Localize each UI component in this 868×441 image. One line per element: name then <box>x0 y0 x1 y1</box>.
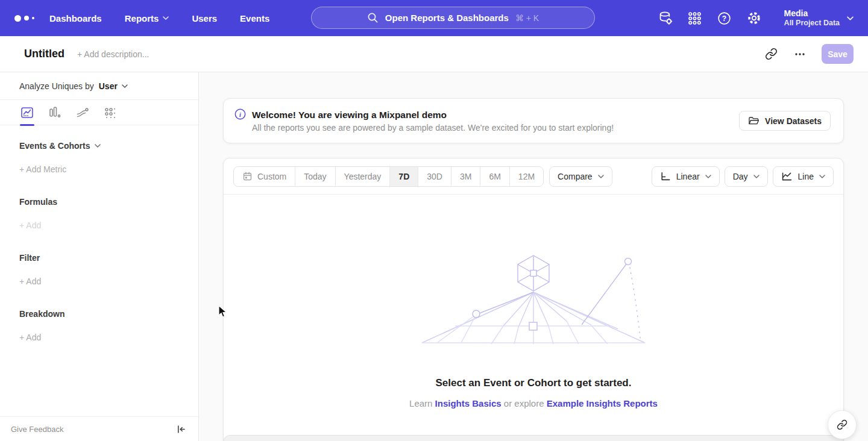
give-feedback-link[interactable]: Give Feedback <box>11 425 63 434</box>
add-metric-button[interactable]: + Add Metric <box>19 164 179 174</box>
add-breakdown-button[interactable]: + Add <box>19 333 179 342</box>
analyze-by-selector[interactable]: User <box>99 81 128 91</box>
view-datasets-label: View Datasets <box>765 116 822 126</box>
mixpanel-logo[interactable] <box>14 15 42 22</box>
date-range-custom-label: Custom <box>257 172 286 181</box>
compare-label: Compare <box>558 172 593 181</box>
help-icon[interactable]: ? <box>717 10 732 26</box>
date-range-yesterday[interactable]: Yesterday <box>336 167 391 186</box>
bar-chart-icon <box>48 106 61 119</box>
insights-report-card: Custom Today Yesterday 7D 30D 3M 6M 12M … <box>223 158 844 441</box>
nav-reports-label: Reports <box>125 13 159 23</box>
chevron-down-icon <box>819 175 825 178</box>
events-cohorts-label: Events & Cohorts <box>19 141 90 151</box>
more-options-icon[interactable] <box>793 47 807 61</box>
bottom-panel-peek[interactable] <box>223 435 844 441</box>
date-range-6m-label: 6M <box>489 172 500 181</box>
project-scope: All Project Data <box>784 19 840 28</box>
scale-dropdown[interactable]: Linear <box>652 166 720 187</box>
empty-state-illustration <box>419 254 648 347</box>
empty-state-title: Select an Event or Cohort to get started… <box>436 377 632 389</box>
project-switcher[interactable]: Media All Project Data <box>784 8 854 28</box>
formulas-label: Formulas <box>19 197 57 207</box>
example-insights-reports-link[interactable]: Example Insights Reports <box>547 398 658 408</box>
top-nav: Dashboards Reports Users Events Open Rep… <box>0 0 868 36</box>
axes-icon <box>660 172 671 181</box>
calendar-icon <box>242 171 253 181</box>
sidebar-footer: Give Feedback <box>0 416 198 441</box>
metrics-grid-icon <box>104 106 117 119</box>
folder-icon <box>748 116 760 126</box>
nav-dashboards[interactable]: Dashboards <box>49 13 102 23</box>
date-range-3m-label: 3M <box>460 172 471 181</box>
copy-link-icon[interactable] <box>764 47 778 61</box>
view-datasets-button[interactable]: View Datasets <box>739 111 831 131</box>
nav-events[interactable]: Events <box>240 13 269 23</box>
banner-subtitle: All the reports you see are powered by a… <box>252 123 614 133</box>
date-range-today[interactable]: Today <box>295 167 335 186</box>
line-chart-icon <box>781 172 793 181</box>
formulas-heading: Formulas <box>19 197 179 207</box>
filter-heading: Filter <box>19 253 179 263</box>
collapse-sidebar-icon[interactable] <box>176 424 186 434</box>
apps-grid-icon[interactable] <box>687 10 703 26</box>
interval-dropdown[interactable]: Day <box>725 166 768 187</box>
settings-gear-icon[interactable] <box>746 10 762 26</box>
chevron-down-icon[interactable] <box>95 144 101 148</box>
chart-display-controls: Linear Day Line <box>652 166 834 187</box>
nav-dashboards-label: Dashboards <box>49 13 102 23</box>
report-actions: Save <box>764 44 854 64</box>
date-range-custom[interactable]: Custom <box>234 167 295 186</box>
date-range-6m[interactable]: 6M <box>480 167 509 186</box>
chart-type-tabs <box>0 100 198 125</box>
primary-nav: Dashboards Reports Users Events <box>49 13 269 23</box>
analyze-by-label: Analyze Uniques by <box>19 81 94 91</box>
line-chart-icon <box>20 106 34 119</box>
chevron-down-icon <box>847 16 854 20</box>
bar-chart-tab[interactable] <box>41 100 69 125</box>
flow-chart-icon <box>76 106 89 119</box>
scale-label: Linear <box>676 172 700 181</box>
compare-dropdown[interactable]: Compare <box>549 166 612 187</box>
chevron-down-icon <box>598 175 604 178</box>
insights-basics-link[interactable]: Insights Basics <box>435 398 502 408</box>
add-filter-button[interactable]: + Add <box>19 277 179 286</box>
date-range-12m[interactable]: 12M <box>510 167 543 186</box>
nav-events-label: Events <box>240 13 269 23</box>
nav-users[interactable]: Users <box>192 13 217 23</box>
chevron-down-icon <box>122 84 128 88</box>
link-icon <box>837 419 848 430</box>
date-range-today-label: Today <box>304 172 326 181</box>
save-button[interactable]: Save <box>822 44 854 64</box>
mixpanel-insights-page: Dashboards Reports Users Events Open Rep… <box>0 0 868 441</box>
svg-text:?: ? <box>722 14 726 22</box>
global-search-bar[interactable]: Open Reports & Dashboards ⌘ + K <box>311 7 595 29</box>
chevron-down-icon <box>705 175 711 178</box>
flow-chart-tab[interactable] <box>69 100 96 125</box>
search-shortcut: ⌘ + K <box>515 13 539 23</box>
date-range-30d-label: 30D <box>427 172 442 181</box>
nav-reports[interactable]: Reports <box>125 13 169 23</box>
date-range-30d[interactable]: 30D <box>418 167 451 186</box>
line-chart-tab[interactable] <box>13 100 41 125</box>
metrics-grid-tab[interactable] <box>96 100 124 125</box>
chart-controls-row: Custom Today Yesterday 7D 30D 3M 6M 12M … <box>224 158 843 195</box>
welcome-banner: i Welcome! You are viewing a Mixpanel de… <box>223 98 844 143</box>
date-range-3m[interactable]: 3M <box>451 167 480 186</box>
nav-right-cluster: ? Media All Project Data <box>658 0 854 36</box>
add-formula-button[interactable]: + Add <box>19 220 179 230</box>
date-range-segmented-control: Custom Today Yesterday 7D 30D 3M 6M 12M <box>233 166 544 187</box>
data-management-icon[interactable] <box>658 10 673 26</box>
chevron-down-icon <box>753 175 760 178</box>
chart-type-dropdown[interactable]: Line <box>773 166 834 187</box>
report-description-placeholder[interactable]: + Add description... <box>77 49 149 59</box>
share-link-fab[interactable] <box>828 410 857 439</box>
filter-label: Filter <box>19 253 40 263</box>
banner-title: Welcome! You are viewing a Mixpanel demo <box>252 109 614 121</box>
report-title[interactable]: Untitled <box>24 48 64 60</box>
date-range-7d[interactable]: 7D <box>390 167 418 186</box>
interval-label: Day <box>733 172 748 181</box>
chevron-down-icon <box>163 16 169 20</box>
events-cohorts-heading: Events & Cohorts <box>19 141 179 151</box>
learn-middle-text: or explore <box>504 398 544 408</box>
